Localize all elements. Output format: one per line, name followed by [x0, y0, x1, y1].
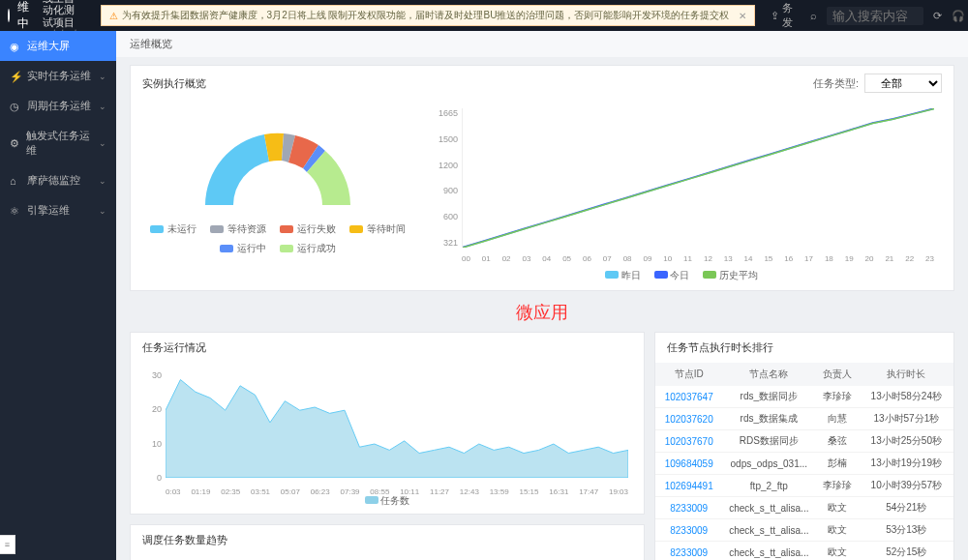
nav-icon: ⚙ [10, 137, 20, 149]
line-chart: 166515001200900600321 000102030405060708… [429, 108, 934, 263]
card-title: 任务节点执行时长排行 [667, 340, 773, 355]
task-type-select[interactable]: 全部 [864, 74, 942, 93]
node-duration-rank-card: 任务节点执行时长排行 节点ID节点名称负责人执行时长 102037647rds_… [654, 332, 954, 560]
legend-item[interactable]: 运行失败 [280, 222, 336, 236]
task-run-card: 任务运行情况 3020100 0:0301:1902:3503:5105:070… [130, 332, 645, 515]
sidebar-item-1[interactable]: ⚡实时任务运维⌄ [0, 61, 116, 91]
table-row: 8233009check_s_tt_alisa...欧文52分15秒 [655, 542, 953, 561]
breadcrumb: 运维概览 [116, 31, 968, 57]
node-id-link[interactable]: 109684059 [655, 453, 722, 475]
table-row: 102694491ftp_2_ftp李珍珍10小时39分57秒 [655, 475, 953, 497]
donut-legend: 未运行等待资源运行失败等待时间运行中运行成功 [142, 222, 413, 255]
legend-item[interactable]: 历史平均 [703, 269, 758, 282]
micro-app-label: 微应用 [130, 301, 954, 324]
line-legend: 昨日 今日 历史平均 [429, 269, 934, 282]
schedule-task-trend-card: 调度任务数量趋势 2200 [130, 524, 645, 560]
search-input[interactable] [827, 7, 923, 25]
legend-item[interactable]: 等待时间 [349, 222, 406, 236]
nav-icon: ⚡ [10, 71, 21, 82]
legend-item[interactable]: 未运行 [150, 222, 197, 236]
table-header: 节点名称 [722, 363, 815, 386]
node-id-link[interactable]: 102037620 [655, 408, 722, 430]
table-row: 8233009check_s_tt_alisa...欧文53分13秒 [655, 519, 953, 542]
chevron-down-icon: ⌄ [99, 138, 106, 148]
table-row: 102037670RDS数据同步桑弦13小时25分50秒 [655, 430, 953, 453]
close-icon[interactable]: ✕ [739, 11, 746, 21]
node-id-link[interactable]: 102037647 [655, 386, 722, 408]
alert-banner: ⚠ 为有效提升集团数据资产健康度，3月2日将上线 限制开发权限功能，届时请及时处… [101, 5, 756, 26]
main-content: 运维概览 实例执行概览 任务类型: 全部 [116, 31, 968, 560]
trend-y-sample: 2200 [131, 555, 644, 560]
card-title: 实例执行概览 [142, 76, 206, 91]
sidebar: ◉运维大屏⚡实时任务运维⌄◷周期任务运维⌄⚙触发式任务运维⌄⌂摩萨德监控⌄⚛引擎… [0, 31, 116, 560]
table-header: 负责人 [815, 363, 859, 386]
node-id-link[interactable]: 8233009 [655, 497, 722, 519]
table-row: 102037647rds_数据同步李珍珍13小时58分24秒 [655, 386, 953, 408]
filter-label: 任务类型: [813, 76, 859, 91]
table-row: 8233009check_s_tt_alisa...欧文54分21秒 [655, 497, 953, 519]
line-chart-section: 166515001200900600321 000102030405060708… [429, 108, 942, 282]
node-id-link[interactable]: 8233009 [655, 519, 722, 542]
publish-icon: ⇪ [771, 10, 779, 22]
chevron-down-icon: ⌄ [99, 72, 106, 81]
node-id-link[interactable]: 102694491 [655, 475, 722, 497]
nav-icon: ◉ [10, 41, 21, 52]
chevron-down-icon: ⌄ [99, 102, 106, 111]
instance-overview-card: 实例执行概览 任务类型: 全部 [130, 65, 954, 291]
table-row: 102037620rds_数据集成向慧13小时57分1秒 [655, 408, 953, 430]
donut-chart [191, 108, 365, 215]
sidebar-item-3[interactable]: ⚙触发式任务运维⌄ [0, 121, 116, 165]
warning-icon: ⚠ [109, 11, 118, 21]
legend-item[interactable]: 等待资源 [210, 222, 266, 236]
table-header: 节点ID [655, 363, 722, 386]
project-name: 线上自动化测试项目 [43, 0, 77, 28]
legend-item[interactable]: 运行成功 [280, 242, 336, 255]
topbar: 运维中心 线上自动化测试项目 autotest ⚠ 为有效提升集团数据资产健康度… [0, 0, 968, 31]
sidebar-item-0[interactable]: ◉运维大屏 [0, 31, 116, 61]
area-chart: 3020100 0:0301:1902:3503:5105:0706:2307:… [142, 370, 632, 506]
refresh-icon[interactable]: ⟳ [933, 10, 942, 22]
legend-item[interactable]: 昨日 [605, 269, 641, 282]
legend-item[interactable]: 运行中 [220, 242, 266, 255]
sidebar-item-2[interactable]: ◷周期任务运维⌄ [0, 91, 116, 121]
logo-icon [8, 9, 10, 22]
alert-text: 为有效提升集团数据资产健康度，3月2日将上线 限制开发权限功能，届时请及时处理B… [122, 9, 730, 22]
headset-icon[interactable]: 🎧 [952, 10, 965, 22]
card-title: 调度任务数量趋势 [142, 533, 227, 547]
sidebar-item-4[interactable]: ⌂摩萨德监控⌄ [0, 165, 116, 195]
rank-table: 节点ID节点名称负责人执行时长 102037647rds_数据同步李珍珍13小时… [655, 363, 953, 560]
legend-item[interactable]: 今日 [654, 269, 690, 282]
sidebar-expand-tab[interactable]: ≡ [0, 535, 15, 554]
nav-icon: ⚛ [10, 205, 21, 217]
table-row: 109684059odps_odps_031...彭楠13小时19分19秒 [655, 453, 953, 475]
nav-icon: ⌂ [10, 175, 21, 187]
node-id-link[interactable]: 8233009 [655, 542, 722, 561]
search-icon: ⌕ [810, 10, 817, 21]
chevron-down-icon: ⌄ [99, 206, 106, 216]
card-title: 任务运行情况 [142, 340, 206, 355]
sidebar-item-5[interactable]: ⚛引擎运维⌄ [0, 195, 116, 225]
donut-chart-section: 未运行等待资源运行失败等待时间运行中运行成功 [142, 108, 413, 282]
node-id-link[interactable]: 102037670 [655, 430, 722, 453]
nav-icon: ◷ [10, 101, 21, 112]
table-header: 执行时长 [860, 363, 953, 386]
chevron-down-icon: ⌄ [99, 176, 106, 186]
